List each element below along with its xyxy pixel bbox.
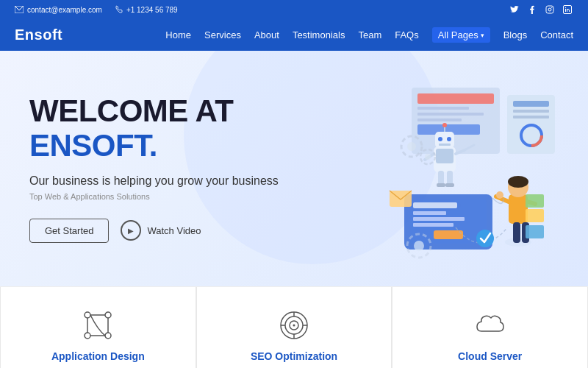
svg-rect-48 [509, 194, 528, 224]
chevron-down-icon: ▾ [481, 32, 484, 39]
instagram-icon[interactable] [544, 4, 556, 15]
svg-point-2 [548, 8, 551, 11]
svg-point-50 [508, 176, 528, 188]
nav-about[interactable]: About [254, 29, 279, 40]
nav-links: Home Services About Testimonials Team FA… [165, 27, 573, 43]
svg-point-6 [565, 7, 567, 9]
service-card-cloud: Cloud Server [392, 287, 588, 368]
watch-video-button[interactable]: ▶ Watch Video [121, 220, 201, 241]
email-icon [15, 6, 24, 13]
svg-point-53 [496, 191, 503, 199]
get-started-button[interactable]: Get Started [29, 219, 109, 243]
phone-text: +1 1234 56 789 [126, 6, 178, 14]
svg-rect-15 [513, 110, 549, 113]
svg-rect-11 [417, 118, 462, 121]
svg-rect-9 [417, 107, 469, 110]
nav-faqs[interactable]: FAQs [395, 29, 419, 40]
hero-subtext: Top Web & Applications Solutions [29, 192, 309, 201]
hero-subtitle: Our business is helping you grow your bu… [29, 174, 309, 188]
svg-point-62 [85, 312, 90, 318]
svg-point-73 [293, 325, 295, 327]
svg-rect-1 [546, 6, 553, 13]
svg-point-23 [438, 137, 442, 141]
svg-rect-14 [513, 101, 549, 107]
logo[interactable]: Ensoft [15, 26, 62, 43]
svg-rect-44 [413, 223, 453, 227]
play-icon: ▶ [121, 220, 141, 241]
nav-team[interactable]: Team [358, 29, 381, 40]
svg-point-63 [105, 312, 111, 318]
svg-rect-43 [413, 217, 465, 221]
svg-point-38 [425, 154, 431, 160]
svg-rect-42 [413, 211, 446, 215]
svg-rect-8 [417, 93, 494, 104]
seo-icon [276, 308, 312, 343]
svg-rect-58 [526, 194, 544, 208]
svg-point-61 [414, 241, 424, 251]
svg-rect-25 [439, 144, 451, 146]
hero-content: WELCOME AT ENSOFT. Our business is helpi… [29, 94, 309, 242]
hero-section: WELCOME AT ENSOFT. Our business is helpi… [0, 51, 588, 286]
hero-title-line1: WELCOME AT [29, 94, 309, 128]
cloud-icon [473, 308, 508, 343]
svg-rect-10 [417, 113, 484, 116]
svg-point-65 [105, 333, 111, 339]
email-text: contact@example.com [27, 6, 102, 14]
svg-rect-57 [526, 225, 544, 238]
svg-rect-45 [434, 230, 463, 239]
hero-illustration [309, 73, 559, 264]
nav-contact[interactable]: Contact [540, 29, 573, 40]
seo-title: SEO Optimization [251, 350, 337, 362]
social-links [509, 4, 573, 15]
nav-all-pages[interactable]: All Pages ▾ [432, 27, 490, 43]
app-design-icon [80, 308, 115, 343]
email-contact: contact@example.com [15, 6, 102, 14]
cloud-title: Cloud Server [458, 350, 522, 362]
svg-rect-33 [437, 183, 445, 187]
hero-buttons: Get Started ▶ Watch Video [29, 219, 309, 243]
linkedin-icon[interactable] [562, 4, 573, 15]
facebook-icon[interactable] [526, 4, 538, 15]
nav-blogs[interactable]: Blogs [503, 29, 528, 40]
service-card-app-design: Application Design [0, 287, 196, 368]
app-design-title: Application Design [51, 350, 145, 362]
phone-contact: +1 1234 56 789 [115, 5, 178, 14]
nav-home[interactable]: Home [165, 29, 191, 40]
svg-rect-54 [513, 222, 520, 243]
svg-point-59 [476, 230, 494, 247]
svg-point-24 [447, 137, 451, 141]
svg-point-3 [551, 7, 553, 9]
services-row: Application Design SEO Optimization Clou… [0, 286, 588, 368]
top-bar: contact@example.com +1 1234 56 789 [0, 0, 588, 19]
svg-rect-34 [445, 183, 454, 187]
hero-title-line2: ENSOFT. [29, 129, 309, 163]
svg-point-64 [85, 333, 90, 339]
svg-rect-16 [513, 116, 549, 118]
phone-icon [115, 5, 123, 14]
svg-point-36 [407, 142, 416, 151]
svg-rect-41 [413, 202, 457, 208]
nav-services[interactable]: Services [204, 29, 241, 40]
svg-rect-21 [436, 149, 453, 163]
navbar: Ensoft Home Services About Testimonials … [0, 19, 588, 51]
svg-rect-56 [526, 209, 544, 222]
twitter-icon[interactable] [509, 4, 520, 15]
iso-illustration [309, 73, 559, 264]
service-card-seo: SEO Optimization [196, 287, 392, 368]
nav-testimonials[interactable]: Testimonials [293, 29, 345, 40]
svg-point-27 [442, 123, 447, 127]
